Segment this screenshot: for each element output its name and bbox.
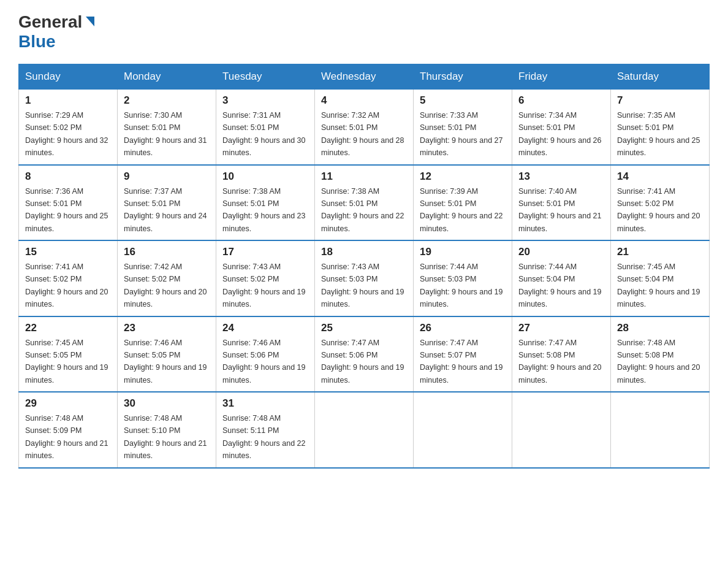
day-number: 15 <box>25 246 111 258</box>
day-info: Sunrise: 7:48 AMSunset: 5:09 PMDaylight:… <box>25 414 108 460</box>
column-header-sunday: Sunday <box>19 64 118 90</box>
calendar-cell: 20 Sunrise: 7:44 AMSunset: 5:04 PMDaylig… <box>512 240 611 316</box>
day-info: Sunrise: 7:43 AMSunset: 5:03 PMDaylight:… <box>321 262 404 308</box>
day-info: Sunrise: 7:46 AMSunset: 5:05 PMDaylight:… <box>124 339 207 385</box>
day-number: 21 <box>617 246 703 258</box>
day-number: 16 <box>124 246 210 258</box>
day-info: Sunrise: 7:48 AMSunset: 5:10 PMDaylight:… <box>124 414 207 460</box>
logo-triangle-icon <box>83 15 97 29</box>
day-info: Sunrise: 7:38 AMSunset: 5:01 PMDaylight:… <box>321 187 404 233</box>
day-info: Sunrise: 7:39 AMSunset: 5:01 PMDaylight:… <box>420 187 503 233</box>
day-info: Sunrise: 7:36 AMSunset: 5:01 PMDaylight:… <box>25 187 108 233</box>
calendar-cell: 9 Sunrise: 7:37 AMSunset: 5:01 PMDayligh… <box>118 165 216 241</box>
day-number: 22 <box>25 322 111 334</box>
day-number: 18 <box>321 246 407 258</box>
logo-blue-text: Blue <box>18 32 56 51</box>
calendar-week-row: 22 Sunrise: 7:45 AMSunset: 5:05 PMDaylig… <box>19 316 710 393</box>
day-info: Sunrise: 7:45 AMSunset: 5:05 PMDaylight:… <box>25 339 108 385</box>
day-number: 20 <box>518 246 604 258</box>
calendar-cell: 8 Sunrise: 7:36 AMSunset: 5:01 PMDayligh… <box>19 165 118 241</box>
day-info: Sunrise: 7:40 AMSunset: 5:01 PMDaylight:… <box>518 187 602 233</box>
calendar-cell: 10 Sunrise: 7:38 AMSunset: 5:01 PMDaylig… <box>216 165 315 241</box>
day-info: Sunrise: 7:45 AMSunset: 5:04 PMDaylight:… <box>617 262 700 308</box>
calendar-header-row: SundayMondayTuesdayWednesdayThursdayFrid… <box>19 64 710 90</box>
calendar-cell: 15 Sunrise: 7:41 AMSunset: 5:02 PMDaylig… <box>19 240 118 316</box>
column-header-thursday: Thursday <box>414 64 512 90</box>
column-header-tuesday: Tuesday <box>216 64 315 90</box>
day-info: Sunrise: 7:41 AMSunset: 5:02 PMDaylight:… <box>25 262 108 308</box>
page-header: General Blue <box>18 12 710 52</box>
calendar-cell: 16 Sunrise: 7:42 AMSunset: 5:02 PMDaylig… <box>118 240 216 316</box>
day-number: 9 <box>124 170 210 183</box>
calendar-table: SundayMondayTuesdayWednesdayThursdayFrid… <box>18 64 710 469</box>
logo-general-text: General <box>18 12 82 32</box>
calendar-cell: 11 Sunrise: 7:38 AMSunset: 5:01 PMDaylig… <box>315 165 414 241</box>
day-number: 7 <box>617 94 703 107</box>
calendar-cell: 6 Sunrise: 7:34 AMSunset: 5:01 PMDayligh… <box>512 90 611 165</box>
day-number: 29 <box>25 397 111 410</box>
svg-marker-0 <box>86 17 94 26</box>
day-info: Sunrise: 7:42 AMSunset: 5:02 PMDaylight:… <box>124 262 207 308</box>
day-number: 1 <box>25 94 111 107</box>
column-header-monday: Monday <box>118 64 216 90</box>
calendar-cell: 30 Sunrise: 7:48 AMSunset: 5:10 PMDaylig… <box>118 392 216 468</box>
day-number: 31 <box>222 397 308 410</box>
calendar-cell: 18 Sunrise: 7:43 AMSunset: 5:03 PMDaylig… <box>315 240 414 316</box>
day-info: Sunrise: 7:31 AMSunset: 5:01 PMDaylight:… <box>222 111 306 157</box>
calendar-cell: 14 Sunrise: 7:41 AMSunset: 5:02 PMDaylig… <box>611 165 710 241</box>
calendar-cell: 22 Sunrise: 7:45 AMSunset: 5:05 PMDaylig… <box>19 316 118 393</box>
day-info: Sunrise: 7:32 AMSunset: 5:01 PMDaylight:… <box>321 111 404 157</box>
calendar-cell <box>315 392 414 468</box>
day-info: Sunrise: 7:48 AMSunset: 5:08 PMDaylight:… <box>617 339 700 385</box>
day-number: 6 <box>518 94 604 107</box>
day-number: 30 <box>124 397 210 410</box>
day-number: 10 <box>222 170 308 183</box>
calendar-week-row: 15 Sunrise: 7:41 AMSunset: 5:02 PMDaylig… <box>19 240 710 316</box>
calendar-cell: 12 Sunrise: 7:39 AMSunset: 5:01 PMDaylig… <box>414 165 512 241</box>
day-number: 25 <box>321 322 407 334</box>
calendar-cell: 1 Sunrise: 7:29 AMSunset: 5:02 PMDayligh… <box>19 90 118 165</box>
day-info: Sunrise: 7:37 AMSunset: 5:01 PMDaylight:… <box>124 187 207 233</box>
day-info: Sunrise: 7:48 AMSunset: 5:11 PMDaylight:… <box>222 414 306 460</box>
calendar-cell: 31 Sunrise: 7:48 AMSunset: 5:11 PMDaylig… <box>216 392 315 468</box>
calendar-cell: 23 Sunrise: 7:46 AMSunset: 5:05 PMDaylig… <box>118 316 216 393</box>
day-number: 19 <box>420 246 506 258</box>
day-number: 28 <box>617 322 703 334</box>
day-info: Sunrise: 7:47 AMSunset: 5:06 PMDaylight:… <box>321 339 404 385</box>
calendar-cell: 7 Sunrise: 7:35 AMSunset: 5:01 PMDayligh… <box>611 90 710 165</box>
day-info: Sunrise: 7:47 AMSunset: 5:08 PMDaylight:… <box>518 339 602 385</box>
day-info: Sunrise: 7:41 AMSunset: 5:02 PMDaylight:… <box>617 187 700 233</box>
calendar-cell: 29 Sunrise: 7:48 AMSunset: 5:09 PMDaylig… <box>19 392 118 468</box>
day-number: 26 <box>420 322 506 334</box>
calendar-cell: 3 Sunrise: 7:31 AMSunset: 5:01 PMDayligh… <box>216 90 315 165</box>
day-number: 2 <box>124 94 210 107</box>
calendar-cell: 26 Sunrise: 7:47 AMSunset: 5:07 PMDaylig… <box>414 316 512 393</box>
day-info: Sunrise: 7:43 AMSunset: 5:02 PMDaylight:… <box>222 262 306 308</box>
day-number: 17 <box>222 246 308 258</box>
day-number: 3 <box>222 94 308 107</box>
day-number: 24 <box>222 322 308 334</box>
day-info: Sunrise: 7:44 AMSunset: 5:03 PMDaylight:… <box>420 262 503 308</box>
calendar-week-row: 8 Sunrise: 7:36 AMSunset: 5:01 PMDayligh… <box>19 165 710 241</box>
calendar-cell: 2 Sunrise: 7:30 AMSunset: 5:01 PMDayligh… <box>118 90 216 165</box>
calendar-cell: 21 Sunrise: 7:45 AMSunset: 5:04 PMDaylig… <box>611 240 710 316</box>
calendar-cell: 17 Sunrise: 7:43 AMSunset: 5:02 PMDaylig… <box>216 240 315 316</box>
day-number: 4 <box>321 94 407 107</box>
calendar-cell: 24 Sunrise: 7:46 AMSunset: 5:06 PMDaylig… <box>216 316 315 393</box>
day-number: 14 <box>617 170 703 183</box>
calendar-cell: 28 Sunrise: 7:48 AMSunset: 5:08 PMDaylig… <box>611 316 710 393</box>
day-info: Sunrise: 7:34 AMSunset: 5:01 PMDaylight:… <box>518 111 602 157</box>
day-number: 12 <box>420 170 506 183</box>
logo: General Blue <box>18 12 97 52</box>
day-info: Sunrise: 7:30 AMSunset: 5:01 PMDaylight:… <box>124 111 207 157</box>
calendar-cell: 27 Sunrise: 7:47 AMSunset: 5:08 PMDaylig… <box>512 316 611 393</box>
day-info: Sunrise: 7:33 AMSunset: 5:01 PMDaylight:… <box>420 111 503 157</box>
day-info: Sunrise: 7:46 AMSunset: 5:06 PMDaylight:… <box>222 339 306 385</box>
calendar-cell <box>611 392 710 468</box>
day-info: Sunrise: 7:29 AMSunset: 5:02 PMDaylight:… <box>25 111 108 157</box>
calendar-cell: 19 Sunrise: 7:44 AMSunset: 5:03 PMDaylig… <box>414 240 512 316</box>
calendar-week-row: 29 Sunrise: 7:48 AMSunset: 5:09 PMDaylig… <box>19 392 710 468</box>
day-info: Sunrise: 7:44 AMSunset: 5:04 PMDaylight:… <box>518 262 602 308</box>
day-info: Sunrise: 7:35 AMSunset: 5:01 PMDaylight:… <box>617 111 700 157</box>
calendar-cell: 5 Sunrise: 7:33 AMSunset: 5:01 PMDayligh… <box>414 90 512 165</box>
